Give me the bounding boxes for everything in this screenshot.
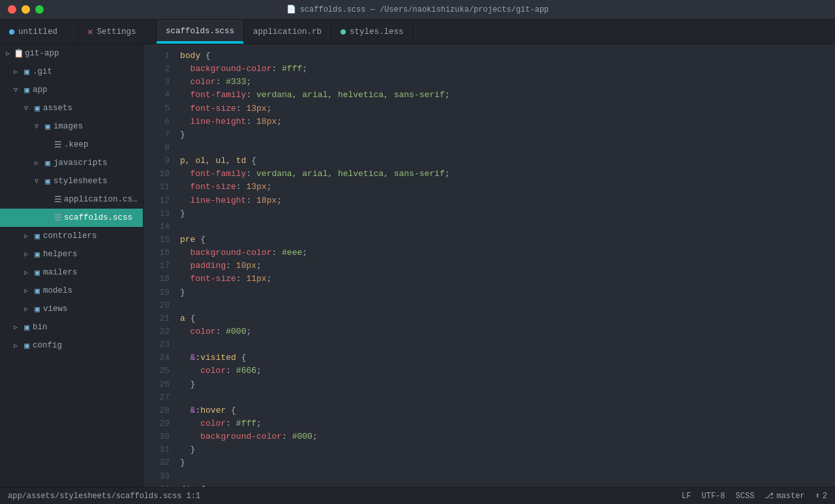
chevron-right-icon: ▷ [21,232,31,240]
statusbar-branch[interactable]: ⎇ master [765,491,804,501]
syntax-label: SCSS [736,492,755,501]
sidebar-item-images[interactable]: ▽ ▣ images [0,117,143,136]
sidebar-item-javascripts[interactable]: ▷ ▣ javascripts [0,154,143,172]
sidebar-label: images [53,122,138,131]
sidebar-item-controllers[interactable]: ▷ ▣ controllers [0,227,143,245]
file-icon: ☰ [52,213,64,223]
sidebar-root[interactable]: ▷ 📋 git-app [0,44,143,63]
chevron-down-icon: ▽ [10,86,21,94]
tab-label: styles.less [350,27,404,37]
tab-styles[interactable]: styles.less [331,20,414,44]
folder-icon: ▣ [31,103,43,113]
sidebar-item-config[interactable]: ▷ ▣ config [0,336,143,355]
file-icon: ☰ [52,140,64,150]
sidebar-label: app [33,85,138,95]
tab-settings[interactable]: ✕ Settings [78,20,157,44]
statusbar-syntax[interactable]: SCSS [736,492,755,501]
chevron-down-icon: ▽ [31,123,42,130]
close-button[interactable] [8,5,16,14]
lf-label: LF [682,492,691,501]
sidebar-item-helpers[interactable]: ▷ ▣ helpers [0,245,143,263]
sidebar-item-assets[interactable]: ▽ ▣ assets [0,99,143,117]
file-icon: 📄 [286,5,296,14]
chevron-right-icon: ▷ [21,250,31,258]
folder-icon: ▣ [31,286,43,296]
chevron-right-icon: ▷ [21,305,31,313]
titlebar: 📄 scaffolds.scss — /Users/naokishizuka/p… [0,0,835,20]
statusbar-lf[interactable]: LF [682,492,691,501]
chevron-right-icon: ▷ [21,269,31,276]
editor: 12345 678910 1112131415 1617181920 21222… [144,44,835,487]
sidebar-item-bin[interactable]: ▷ ▣ bin [0,318,143,336]
sidebar-item-mailers[interactable]: ▷ ▣ mailers [0,263,143,282]
folder-icon: ▣ [21,340,33,351]
tab-untitled[interactable]: untitled [0,20,78,44]
statusbar-encoding[interactable]: UTF-8 [702,492,725,501]
sidebar-label: config [33,341,138,350]
sidebar-label: javascripts [53,158,138,168]
encoding-label: UTF-8 [702,492,725,501]
minimize-button[interactable] [22,5,30,14]
folder-icon: ▣ [21,85,33,95]
sidebar-label: application.cs... [64,195,138,204]
folder-icon: ▣ [42,176,53,186]
chevron-right-icon: ▷ [10,68,21,76]
sidebar-item-models[interactable]: ▷ ▣ models [0,282,143,300]
sidebar-item-stylesheets[interactable]: ▽ ▣ stylesheets [0,172,143,190]
sidebar-label: .git [33,67,138,76]
chevron-right-icon: ▷ [10,323,21,331]
window-controls [8,5,44,14]
tab-application[interactable]: application.rb [244,20,331,44]
folder-icon: ▣ [42,121,53,132]
tab-unsaved-icon: ✕ [87,26,93,37]
chevron-right-icon: ▷ [10,342,21,349]
folder-icon: ▣ [21,322,33,333]
sidebar-root-label: git-app [25,49,138,58]
sidebar-item-keep[interactable]: ☰ .keep [0,136,143,154]
statusbar-count: ⬆ 2 [815,491,827,501]
title-text: scaffolds.scss — /Users/naokishizuka/pro… [300,5,549,14]
chevron-right-icon: ▷ [31,159,42,167]
folder-icon: ▣ [21,67,33,77]
folder-icon: ▣ [31,231,43,241]
code-editor[interactable]: body { background-color: #fff; color: #3… [175,44,835,487]
folder-icon: ▣ [31,249,43,259]
statusbar-left: app/assets/stylesheets/scaffolds.scss 1:… [8,492,200,501]
sidebar-item-application-css[interactable]: ☰ application.cs... [0,190,143,209]
statusbar-right: LF UTF-8 SCSS ⎇ master ⬆ 2 [682,491,827,501]
sidebar-label: models [43,286,138,295]
file-icon: ☰ [52,194,64,205]
folder-icon: ▣ [31,304,43,314]
line-numbers: 12345 678910 1112131415 1617181920 21222… [144,44,175,487]
chevron-down-icon: ▽ [21,104,31,112]
folder-icon: ▣ [42,158,53,168]
folder-icon: ▣ [31,267,43,278]
tab-label: application.rb [253,27,322,37]
statusbar-path: app/assets/stylesheets/scaffolds.scss 1:… [8,492,200,501]
chevron-down-icon: ▽ [31,177,42,185]
statusbar: app/assets/stylesheets/scaffolds.scss 1:… [0,487,835,504]
sidebar-label: assets [43,104,138,113]
sidebar-label: views [43,304,138,314]
chevron-right-icon: ▷ [21,287,31,295]
sidebar-label: .keep [64,140,138,149]
git-branch-icon: ⎇ [765,491,774,501]
branch-label: master [776,492,804,501]
sidebar-label: scaffolds.scss [64,213,138,222]
tab-modified-indicator [341,29,346,35]
sidebar-item-git[interactable]: ▷ ▣ .git [0,63,143,81]
count-icon: ⬆ [815,491,820,501]
sidebar-item-views[interactable]: ▷ ▣ views [0,300,143,318]
tab-label: scaffolds.scss [166,27,234,36]
chevron-right-icon: ▷ [3,50,13,57]
maximize-button[interactable] [35,5,44,14]
sidebar-label: controllers [43,231,138,241]
count-label: 2 [823,492,827,501]
sidebar-item-app[interactable]: ▽ ▣ app [0,81,143,99]
sidebar-label: mailers [43,268,138,277]
sidebar: ▷ 📋 git-app ▷ ▣ .git ▽ ▣ app ▽ ▣ assets [0,44,144,487]
tab-label: Settings [97,27,136,37]
sidebar-item-scaffolds[interactable]: ☰ scaffolds.scss [0,209,143,227]
tab-scaffolds[interactable]: scaffolds.scss [157,20,244,44]
main-area: ▷ 📋 git-app ▷ ▣ .git ▽ ▣ app ▽ ▣ assets [0,44,835,487]
